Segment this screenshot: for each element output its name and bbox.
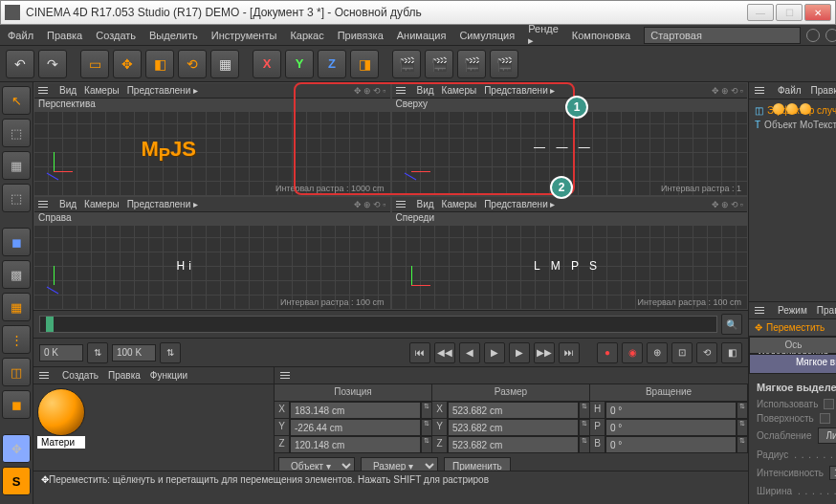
timeline-track[interactable] (39, 316, 717, 333)
vp-menu-cameras[interactable]: Камеры (84, 199, 120, 209)
menu-create[interactable]: Создать (96, 30, 136, 41)
y-axis-lock[interactable]: Y (285, 50, 314, 78)
material-tag[interactable] (800, 103, 811, 115)
menu-snap[interactable]: Привязка (338, 30, 384, 41)
vp-menu-view[interactable]: Вид (59, 85, 77, 96)
grid-button[interactable]: ▦ (2, 293, 31, 321)
rotate-tool[interactable]: ⟲ (178, 50, 207, 78)
vp-menu-cameras[interactable]: Камеры (442, 199, 477, 209)
vp-menu-cameras[interactable]: Камеры (442, 85, 477, 96)
move-tool[interactable]: ✥ (113, 50, 142, 78)
undo-button[interactable]: ↶ (6, 50, 34, 78)
mat-menu-func[interactable]: Функции (150, 370, 187, 381)
key-rot-button[interactable]: ⟲ (696, 342, 717, 363)
vp-rotate-icon[interactable]: ⟲ (731, 200, 738, 209)
render-region-button[interactable]: 🎬 (490, 50, 518, 78)
close-button[interactable]: ✕ (804, 4, 831, 21)
vp-menu-view[interactable]: Вид (417, 85, 434, 96)
vp-max-icon[interactable]: ▫ (383, 200, 385, 209)
surface-checkbox[interactable] (820, 413, 830, 424)
next-frame-button[interactable]: ▶ (509, 342, 530, 363)
rot-h-field[interactable] (605, 402, 737, 419)
render-settings-button[interactable]: 🎬 (425, 50, 453, 78)
frame-start-field[interactable] (39, 344, 83, 362)
vp-nav-icon[interactable]: ✥ (712, 86, 719, 96)
live-select-button[interactable]: ↖ (2, 86, 31, 115)
mat-menu-edit[interactable]: Правка (108, 370, 141, 381)
checker-button[interactable]: ▩ (2, 260, 31, 289)
recent-tool[interactable]: ▦ (210, 50, 239, 78)
key-scale-button[interactable]: ⊡ (671, 342, 693, 363)
select-tool[interactable]: ▭ (80, 50, 109, 78)
menu-simulate[interactable]: Симуляция (459, 30, 515, 41)
vp-zoom-icon[interactable]: ⊕ (363, 200, 371, 209)
play-button[interactable]: ▶ (484, 342, 505, 363)
key-pos-button[interactable]: ⊕ (647, 342, 668, 363)
attr-menu-edit[interactable]: Прав ▸ (817, 305, 836, 316)
maximize-button[interactable]: ☐ (776, 4, 803, 21)
viewport-perspective[interactable]: Вид Камеры Представлени ▸ ✥⊕⟲▫ Перспекти… (33, 82, 391, 196)
rot-p-field[interactable] (605, 419, 737, 436)
frame-end-field[interactable] (112, 344, 156, 362)
tab-soft-selection[interactable]: Мягкое выделение (749, 354, 836, 374)
scale-tool[interactable]: ◧ (145, 50, 174, 78)
intensity-field[interactable] (829, 466, 836, 480)
vp-max-icon[interactable]: ▫ (740, 200, 743, 209)
vp-zoom-icon[interactable]: ⊕ (721, 86, 729, 96)
vp-rotate-icon[interactable]: ⟲ (731, 86, 738, 96)
vp-nav-icon[interactable]: ✥ (354, 200, 362, 209)
vp-zoom-icon[interactable]: ⊕ (363, 86, 371, 96)
menu-select[interactable]: Выделить (149, 30, 198, 41)
pos-z-field[interactable] (290, 436, 421, 453)
vp-rotate-icon[interactable]: ⟲ (373, 86, 381, 96)
vp-max-icon[interactable]: ▫ (740, 86, 743, 96)
menu-animate[interactable]: Анимация (397, 30, 447, 41)
vp-menu-view[interactable]: Вид (417, 199, 434, 209)
menu-mesh[interactable]: Каркас (290, 30, 323, 41)
next-key-button[interactable]: ▶▶ (534, 342, 555, 363)
redo-button[interactable]: ↷ (38, 50, 67, 78)
material-name-field[interactable]: Матери (37, 436, 85, 449)
prev-key-button[interactable]: ◀◀ (434, 342, 455, 363)
tab-model-axis[interactable]: Ось моделирования (749, 337, 836, 354)
goto-start-button[interactable]: ⏮ (409, 342, 430, 363)
workplane-button[interactable]: ⬚ (2, 184, 31, 212)
menu-render[interactable]: Ренде ▸ (528, 23, 559, 47)
obj-menu-file[interactable]: Файл (778, 85, 802, 96)
timeline-playhead[interactable] (46, 317, 54, 332)
vp-menu-cameras[interactable]: Камеры (84, 85, 120, 96)
material-tag[interactable] (786, 103, 798, 115)
render-view-button[interactable]: 🎬 (392, 50, 421, 78)
vp-menu-display[interactable]: Представлени ▸ (127, 85, 198, 96)
minimize-button[interactable]: — (747, 4, 774, 21)
menu-file[interactable]: Файл (8, 30, 33, 41)
menu-layout[interactable]: Компоновка (572, 30, 630, 41)
size-x-field[interactable] (448, 402, 579, 419)
vp-nav-icon[interactable]: ✥ (354, 86, 362, 96)
vp-menu-display[interactable]: Представлени ▸ (484, 199, 555, 209)
vp-rotate-icon[interactable]: ⟲ (373, 200, 381, 209)
rot-b-field[interactable] (605, 436, 737, 453)
viewport-front[interactable]: Вид Камеры Представлени ▸ ✥⊕⟲▫ Спереди L… (391, 196, 749, 310)
layout-next-button[interactable] (825, 29, 836, 42)
viewport-right[interactable]: Вид Камеры Представлени ▸ ✥⊕⟲▫ Справа Hi… (33, 196, 391, 310)
edges-mode-button[interactable]: ◫ (2, 358, 31, 386)
prev-frame-button[interactable]: ◀ (459, 342, 480, 363)
texture-mode-button[interactable]: ▦ (2, 151, 31, 180)
vp-menu-display[interactable]: Представлени ▸ (484, 85, 555, 96)
vp-menu-display[interactable]: Представлени ▸ (127, 199, 198, 209)
obj-menu-edit[interactable]: Правка (811, 85, 836, 96)
menu-tools[interactable]: Инструменты (211, 30, 277, 41)
menu-edit[interactable]: Правка (47, 30, 82, 41)
model-mode-button[interactable]: ⬚ (2, 119, 31, 147)
pos-x-field[interactable] (290, 402, 421, 419)
size-z-field[interactable] (448, 436, 579, 453)
object-row-motext[interactable]: T Объект МоТекст ✓ (753, 118, 836, 132)
vp-menu-view[interactable]: Вид (59, 199, 77, 209)
vp-max-icon[interactable]: ▫ (383, 86, 385, 96)
timeline-zoom-icon[interactable]: 🔍 (721, 314, 742, 335)
pos-y-field[interactable] (290, 419, 421, 436)
spin-icon[interactable]: ⇅ (87, 342, 108, 363)
cube-primitive-button[interactable]: ◼ (2, 228, 31, 256)
autokey-button[interactable]: ◉ (622, 342, 643, 363)
